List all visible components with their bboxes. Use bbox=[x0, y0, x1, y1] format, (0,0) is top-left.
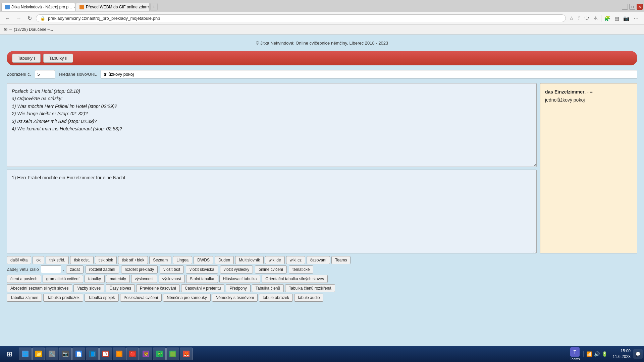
taskbar-app-red[interactable]: 🔴 bbox=[126, 348, 139, 360]
btn-vyslovnost-1[interactable]: výslovnost bbox=[131, 275, 157, 283]
btn-tabulky[interactable]: tabulky bbox=[85, 275, 105, 283]
taskbar-app-green[interactable]: 🟩 bbox=[166, 348, 179, 360]
btn-nemcina-pro-samouky[interactable]: Němčina pro samouky bbox=[163, 294, 210, 302]
btn-multislovnik[interactable]: Multislovník bbox=[235, 256, 264, 264]
taskbar-app-lion[interactable]: 🦁 bbox=[140, 348, 152, 360]
btn-tabule-obrazek[interactable]: tabule obrazek bbox=[259, 294, 293, 302]
taskbar-clock[interactable]: 15:00 11.6.2023 bbox=[610, 348, 633, 360]
tab-close-1[interactable]: ✕ bbox=[74, 5, 75, 9]
btn-tabule-audio[interactable]: tabule audio bbox=[294, 294, 323, 302]
btn-vyslovnost-2[interactable]: výslovnost bbox=[159, 275, 185, 283]
bottom-btn-row-5: Tabulka zájmen Tabulka předložek Tabulka… bbox=[7, 294, 637, 302]
btn-hlaskovaci[interactable]: Hláskovací tabulka bbox=[219, 275, 261, 283]
sidebar-icon[interactable]: ▤ bbox=[613, 15, 621, 22]
screenshot-icon[interactable]: 📷 bbox=[622, 15, 631, 22]
btn-tisk-strid[interactable]: tisk střid. bbox=[46, 256, 69, 264]
tabulky-ii-button[interactable]: Tabulky II bbox=[43, 54, 73, 63]
taskbar-app-orange[interactable]: 🟠 bbox=[113, 348, 125, 360]
btn-nemecky-usmevem[interactable]: Německy s úsměvem bbox=[212, 294, 258, 302]
btn-ok[interactable]: ok bbox=[33, 256, 44, 264]
btn-rozdelit-zadani[interactable]: rozdělit zadání bbox=[86, 265, 119, 274]
reload-button[interactable]: ↻ bbox=[25, 14, 34, 22]
btn-dalsi-veta[interactable]: další věta bbox=[7, 256, 31, 264]
close-button[interactable]: ✕ bbox=[637, 4, 643, 10]
address-bar[interactable]: 🔒 prekladynemciny.cz/nastroj_pro_preklad… bbox=[36, 14, 566, 22]
btn-teams[interactable]: Teams bbox=[331, 256, 351, 264]
tab-active[interactable]: Jitka Nekvindová - Nástroj pro p... ✕ bbox=[1, 3, 75, 11]
notification-center[interactable]: 💬 bbox=[633, 349, 643, 359]
btn-vlozit-text[interactable]: vložit text bbox=[160, 265, 184, 274]
btn-poslechova[interactable]: Poslechová cvičení bbox=[120, 294, 162, 302]
taskbar-app-doc[interactable]: 📄 bbox=[72, 348, 85, 360]
cislo-label: číslo bbox=[30, 267, 39, 272]
btn-orientacni[interactable]: Orientační tabulka silných sloves bbox=[262, 275, 328, 283]
btn-tisk-odst[interactable]: tisk odst. bbox=[70, 256, 93, 264]
taskbar-app-extra[interactable]: 🦊 bbox=[180, 348, 193, 360]
btn-abecedni[interactable]: Abecední seznam silných sloves bbox=[7, 284, 72, 292]
hledane-input[interactable] bbox=[101, 70, 637, 78]
minimize-button[interactable]: ─ bbox=[622, 4, 628, 10]
volume-icon[interactable]: 🔊 bbox=[594, 351, 600, 357]
btn-tabulka-clenu[interactable]: Tabulka členů bbox=[252, 284, 284, 292]
taskbar-app-files[interactable]: 📁 bbox=[32, 348, 45, 360]
btn-vazby-sloves[interactable]: Vazby sloves bbox=[73, 284, 104, 292]
btn-gramaticka[interactable]: gramatická cvičení bbox=[43, 275, 83, 283]
network-icon[interactable]: 📶 bbox=[586, 351, 592, 357]
btn-online-cviceni[interactable]: online cvičení bbox=[255, 265, 287, 274]
taskbar-app-tools[interactable]: 🔧 bbox=[46, 348, 58, 360]
btn-zadat[interactable]: zadat bbox=[66, 265, 83, 274]
btn-casovani[interactable]: časování bbox=[307, 256, 330, 264]
battery-icon[interactable]: 🔋 bbox=[602, 351, 607, 357]
btn-lingea[interactable]: Lingea bbox=[173, 256, 192, 264]
sentence-num-input[interactable] bbox=[41, 265, 61, 273]
btn-casovani-preteritu[interactable]: Časování v préteritu bbox=[181, 284, 224, 292]
btn-vlozit-slovicka[interactable]: vložit slovicka bbox=[186, 265, 218, 274]
tabulky-i-button[interactable]: Tabulky I bbox=[12, 54, 41, 63]
start-button[interactable]: ⊞ bbox=[1, 347, 17, 361]
btn-pravidelne[interactable]: Pravidelné časování bbox=[136, 284, 180, 292]
forward-button[interactable]: → bbox=[14, 14, 23, 22]
share-button[interactable]: ⤴ bbox=[576, 15, 582, 22]
btn-tematicke[interactable]: tématické bbox=[289, 265, 313, 274]
teams-button[interactable]: T Teams bbox=[567, 347, 583, 361]
taskbar-app-camera[interactable]: 📷 bbox=[59, 348, 72, 360]
shield-icon[interactable]: 🛡 bbox=[583, 15, 591, 22]
bookmark-mail[interactable]: ✉ ← (13728) Doručené –... bbox=[3, 26, 54, 33]
question-textarea[interactable]: Poslech 3: Im Hotel (stop: 02:18) a) Odp… bbox=[7, 83, 537, 167]
star-button[interactable]: ☆ bbox=[568, 15, 575, 22]
puzzle-icon[interactable]: 🧩 bbox=[603, 15, 612, 22]
btn-stolni-tabulka[interactable]: Stolní tabulka bbox=[186, 275, 218, 283]
btn-cteni-poslech[interactable]: čtení a poslech bbox=[7, 275, 41, 283]
warning-icon[interactable]: ⚠ bbox=[592, 15, 599, 22]
btn-tabulka-clenu-rozsirena[interactable]: Tabulka členů rozšířená bbox=[285, 284, 335, 292]
taskbar-app-b[interactable]: 🅱 bbox=[99, 348, 112, 360]
taskbar-app-dragon[interactable]: 🐉 bbox=[153, 348, 166, 360]
back-button[interactable]: ← bbox=[3, 14, 12, 22]
btn-seznam[interactable]: Seznam bbox=[149, 256, 171, 264]
hledane-label: Hledané slovo/URL bbox=[59, 72, 97, 77]
btn-vlozit-vysledky[interactable]: vložit výsledky bbox=[220, 265, 253, 274]
btn-rozdelit-preklady[interactable]: rozdělit překlady bbox=[121, 265, 158, 274]
btn-materialy[interactable]: materiály bbox=[106, 275, 130, 283]
new-tab-button[interactable]: + bbox=[150, 3, 158, 10]
dragon-taskbar-icon: 🐉 bbox=[156, 351, 163, 357]
btn-dwds[interactable]: DWDS bbox=[194, 256, 213, 264]
btn-wiki-de[interactable]: wiki.de bbox=[265, 256, 285, 264]
btn-wiki-cz[interactable]: wiki.cz bbox=[286, 256, 305, 264]
btn-tisk-str-blok[interactable]: tisk stř.+blok bbox=[118, 256, 148, 264]
maximize-button[interactable]: □ bbox=[629, 4, 635, 10]
btn-tabulka-predlozek[interactable]: Tabulka předložek bbox=[43, 294, 83, 302]
answer-textarea[interactable]: 1) Herr Fräbel möchte ein Einzelzimmer f… bbox=[7, 170, 537, 253]
btn-tabulka-spojek[interactable]: Tabulka spojek bbox=[85, 294, 118, 302]
btn-tabulka-zajmen[interactable]: Tabulka zájmen bbox=[7, 294, 42, 302]
taskbar-app-browser[interactable]: 🌐 bbox=[19, 348, 32, 360]
copyright-text: © Jitka Nekvindová: Online cvičebnice ně… bbox=[256, 41, 388, 46]
btn-tisk-blok[interactable]: tisk blok bbox=[95, 256, 117, 264]
taskbar-app-blue[interactable]: 📘 bbox=[86, 348, 99, 360]
btn-duden[interactable]: Duden bbox=[215, 256, 234, 264]
btn-predpony[interactable]: Předpony bbox=[226, 284, 250, 292]
menu-button[interactable]: ⋯ bbox=[632, 15, 640, 22]
btn-casy-sloves[interactable]: Časy sloves bbox=[106, 284, 135, 292]
tab-2[interactable]: Převod WEBM do GIF online zdarma ... ✕ bbox=[76, 3, 150, 11]
zobrazeni-input[interactable] bbox=[35, 70, 55, 78]
